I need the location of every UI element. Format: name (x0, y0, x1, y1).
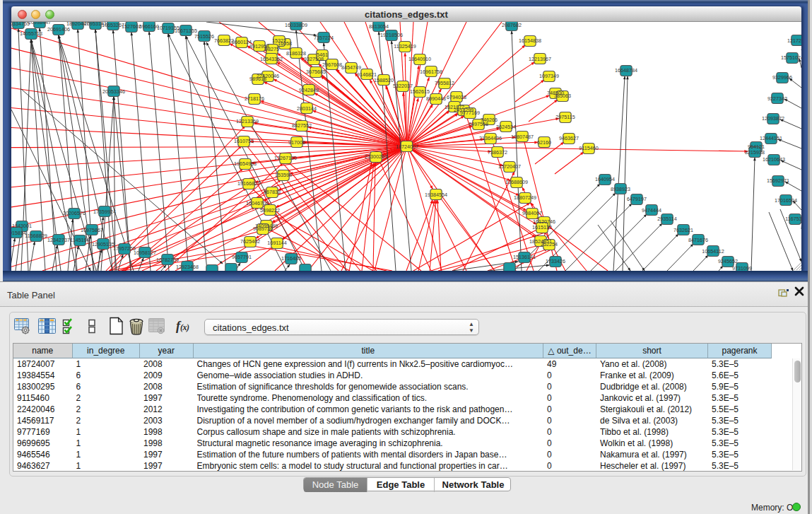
svg-text:8813054: 8813054 (369, 23, 389, 30)
svg-text:12093872: 12093872 (762, 115, 784, 122)
svg-text:9474444: 9474444 (642, 207, 661, 214)
svg-text:16648784: 16648784 (615, 67, 637, 74)
svg-text:10654112: 10654112 (702, 248, 724, 255)
svg-text:3915814: 3915814 (11, 230, 26, 236)
svg-text:15692971: 15692971 (767, 177, 789, 184)
svg-text:16210643: 16210643 (763, 156, 785, 163)
svg-text:12213967: 12213967 (529, 56, 551, 62)
svg-text:1217234: 1217234 (787, 37, 801, 44)
svg-text:8186328: 8186328 (286, 50, 306, 57)
svg-text:15136141: 15136141 (513, 254, 536, 260)
svg-text:989618: 989618 (249, 76, 266, 82)
svg-text:20691406: 20691406 (47, 26, 70, 33)
svg-text:19654983: 19654983 (234, 160, 257, 167)
svg-text:7663822: 7663822 (214, 37, 234, 44)
svg-text:1691144: 1691144 (267, 240, 286, 246)
svg-text:9242848: 9242848 (299, 87, 319, 93)
svg-text:20206576: 20206576 (63, 210, 86, 216)
svg-text:18724007: 18724007 (396, 144, 418, 150)
svg-text:8660124: 8660124 (232, 39, 252, 45)
svg-text:9329966: 9329966 (772, 74, 792, 81)
svg-text:20053346: 20053346 (102, 88, 125, 95)
svg-text:8471676: 8471676 (688, 237, 708, 243)
svg-text:1527602: 1527602 (122, 23, 141, 30)
svg-text:16961758: 16961758 (420, 69, 442, 75)
svg-text:9245652: 9245652 (718, 258, 738, 264)
svg-text:10807487: 10807487 (511, 134, 534, 140)
svg-text:16782759: 16782759 (156, 257, 179, 263)
svg-text:11568829: 11568829 (25, 233, 47, 239)
svg-text:2975115: 2975115 (555, 114, 575, 120)
svg-text:20334755: 20334755 (11, 22, 30, 27)
svg-text:12923468: 12923468 (176, 264, 199, 270)
svg-text:385063: 385063 (554, 93, 571, 99)
svg-text:2718176: 2718176 (245, 95, 264, 102)
svg-text:153594: 153594 (275, 172, 292, 178)
svg-text:9084067: 9084067 (522, 210, 542, 216)
svg-text:17957255: 17957255 (113, 245, 136, 252)
svg-text:9115460: 9115460 (579, 145, 598, 151)
svg-text:16046708: 16046708 (246, 200, 269, 206)
svg-text:9777169: 9777169 (460, 110, 480, 116)
svg-text:23300293: 23300293 (365, 153, 387, 160)
svg-text:17359924: 17359924 (93, 209, 116, 215)
svg-text:11325419: 11325419 (394, 43, 416, 49)
svg-text:8454749: 8454749 (341, 64, 361, 71)
svg-text:917006: 917006 (288, 139, 305, 146)
svg-text:1343001: 1343001 (12, 223, 32, 229)
svg-text:3624534: 3624534 (496, 124, 516, 130)
svg-text:8938923: 8938923 (611, 186, 630, 192)
svg-text:9657791: 9657791 (232, 254, 252, 260)
svg-text:6479197: 6479197 (627, 196, 647, 202)
svg-text:8215938: 8215938 (745, 149, 765, 156)
svg-text:18640910: 18640910 (408, 56, 431, 62)
svg-text:16543362: 16543362 (260, 56, 283, 62)
svg-text:98275: 98275 (265, 46, 279, 52)
svg-text:5498222: 5498222 (260, 207, 280, 214)
svg-text:10975867: 10975867 (81, 227, 103, 233)
svg-text:1588520: 1588520 (374, 77, 394, 83)
svg-text:1733426: 1733426 (546, 258, 565, 264)
svg-text:1097349: 1097349 (539, 73, 559, 79)
svg-text:2935114: 2935114 (657, 216, 676, 222)
svg-text:20998447: 20998447 (28, 22, 51, 25)
svg-text:7632621: 7632621 (673, 227, 693, 233)
svg-text:9089736: 9089736 (253, 226, 273, 232)
svg-text:9463627: 9463627 (559, 135, 579, 141)
svg-text:2803144: 2803144 (297, 105, 317, 112)
svg-text:8427552: 8427552 (292, 122, 312, 129)
svg-text:867833: 867833 (264, 189, 281, 195)
svg-text:19384554: 19384554 (425, 192, 447, 198)
svg-text:14055713: 14055713 (20, 30, 42, 37)
svg-text:12905135: 12905135 (92, 241, 114, 247)
svg-text:15720407: 15720407 (498, 163, 521, 170)
svg-text:2967608: 2967608 (322, 62, 342, 68)
svg-text:9227342: 9227342 (767, 95, 787, 102)
svg-text:19166827: 19166827 (237, 180, 260, 187)
svg-text:5461: 5461 (317, 52, 328, 58)
svg-text:1716485: 1716485 (281, 255, 301, 262)
svg-text:1167535: 1167535 (785, 216, 801, 222)
svg-text:252254: 252254 (541, 241, 558, 247)
svg-text:17016504: 17016504 (775, 197, 797, 204)
svg-text:10688609: 10688609 (505, 179, 528, 185)
svg-text:1615132: 1615132 (532, 224, 552, 230)
svg-text:13267130: 13267130 (274, 155, 297, 161)
svg-text:62160: 62160 (537, 139, 551, 146)
svg-text:3675685: 3675685 (306, 69, 326, 75)
svg-text:7357224: 7357224 (314, 35, 334, 41)
svg-text:12213369: 12213369 (236, 118, 259, 124)
svg-text:15322: 15322 (272, 37, 286, 44)
svg-text:16154838: 16154838 (519, 37, 541, 44)
svg-text:1562615: 1562615 (410, 88, 430, 95)
svg-text:6966160: 6966160 (139, 23, 159, 30)
svg-text:9731099: 9731099 (732, 265, 752, 271)
svg-text:7386372: 7386372 (488, 149, 507, 156)
svg-text:16033809: 16033809 (285, 22, 307, 28)
svg-text:12444151: 12444151 (760, 135, 782, 141)
svg-text:8990448: 8990448 (426, 95, 446, 102)
svg-text:1145194: 1145194 (70, 237, 89, 243)
svg-text:18807249: 18807249 (514, 194, 536, 201)
svg-text:12342737: 12342737 (47, 237, 70, 243)
svg-text:10958127: 10958127 (134, 250, 156, 256)
